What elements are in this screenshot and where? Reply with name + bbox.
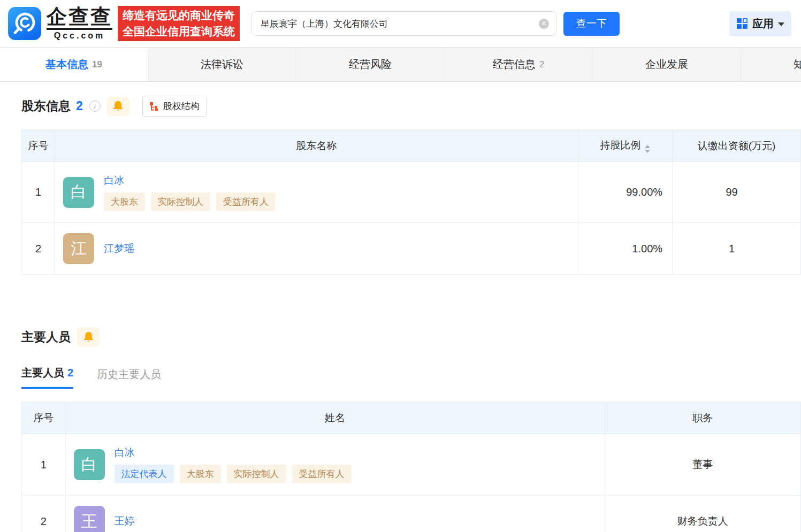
tab-label: 经营信息 [493,57,536,72]
person-info: 王婷 [115,514,135,528]
col-header-index: 序号 [22,402,66,434]
search-input[interactable] [251,11,556,36]
person-name-link[interactable]: 王婷 [115,514,135,528]
amount-value: 1 [673,223,801,275]
position-value: 财务负责人 [605,496,800,532]
tab-基本信息[interactable]: 基本信息19 [0,48,148,81]
row-index: 2 [22,496,66,532]
subtab-count: 2 [67,367,73,379]
qcc-logo[interactable]: 企查查 Qcc.com [8,6,112,41]
shareholders-section-header: 股东信息 2 i 股权结构 [21,96,801,117]
personnel-subtabs: 主要人员2历史主要人员 [21,366,801,389]
person-row: 江江梦瑶 [63,233,577,264]
tab-label: 经营风险 [349,57,392,72]
col-header-shareholder-name: 股东名称 [55,130,578,162]
equity-structure-button[interactable]: 股权结构 [142,96,207,117]
personnel-section-header: 主要人员 [21,327,801,346]
shareholders-title: 股东信息 [21,98,71,114]
subtab-历史主要人员[interactable]: 历史主要人员 [97,367,161,389]
tag-实际控制人: 实际控制人 [151,192,210,211]
tag-row: 法定代表人大股东实际控制人受益所有人 [115,465,352,483]
follow-bell-button[interactable] [107,97,129,116]
info-icon[interactable]: i [89,101,101,112]
avatar[interactable]: 白 [74,449,105,480]
person-cell: 白白冰法定代表人大股东实际控制人受益所有人 [65,434,605,496]
shareholders-table-header-row: 序号 股东名称 持股比例 认缴出资额(万元) [22,130,801,162]
apps-label: 应用 [752,17,774,31]
person-name-link[interactable]: 白冰 [104,174,124,188]
apps-grid-icon [736,18,748,29]
top-header: 企查查 Qcc.com 缔造有远见的商业传奇 全国企业信用查询系统 ✕ 查一下 … [0,0,801,47]
personnel-table: 序号 姓名 职务 1白白冰法定代表人大股东实际控制人受益所有人董事2王王婷财务负… [21,402,801,532]
nav-tab-bar: 基本信息19法律诉讼经营风险经营信息2企业发展知识产权 [0,47,801,82]
person-name-link[interactable]: 江梦瑶 [104,242,134,256]
person-row: 王王婷 [74,506,605,532]
slogan-line2: 全国企业信用查询系统 [123,24,235,40]
tag-实际控制人: 实际控制人 [227,465,286,483]
col-header-amount: 认缴出资额(万元) [673,130,801,162]
person-row: 白白冰法定代表人大股东实际控制人受益所有人 [74,446,605,483]
tab-label: 基本信息 [45,57,88,72]
tag-大股东: 大股东 [104,192,145,211]
tag-row: 大股东实际控制人受益所有人 [104,192,276,211]
ratio-header-label: 持股比例 [600,140,640,151]
person-info: 白冰法定代表人大股东实际控制人受益所有人 [115,446,352,483]
tag-法定代表人: 法定代表人 [115,465,174,483]
qcc-logo-icon [8,7,41,40]
clear-search-icon[interactable]: ✕ [539,19,549,29]
avatar[interactable]: 王 [74,506,105,532]
equity-structure-icon [149,102,159,111]
tab-经营风险[interactable]: 经营风险 [296,48,445,81]
tab-label: 知识产权 [794,57,801,72]
tab-经营信息[interactable]: 经营信息2 [445,48,593,81]
subtab-主要人员[interactable]: 主要人员2 [21,366,73,389]
personnel-table-header-row: 序号 姓名 职务 [22,402,801,434]
person-cell: 江江梦瑶 [55,223,578,275]
search-button[interactable]: 查一下 [563,12,620,36]
tab-count: 19 [92,59,102,70]
position-value: 董事 [605,434,800,496]
tab-企业发展[interactable]: 企业发展 [593,48,741,81]
tab-法律诉讼[interactable]: 法律诉讼 [148,48,296,81]
subtab-label: 历史主要人员 [97,368,161,380]
amount-value: 99 [673,162,801,223]
ratio-value: 1.00% [578,223,673,275]
subtab-label: 主要人员 [21,367,64,379]
chevron-down-icon [778,22,784,26]
col-header-ratio: 持股比例 [578,130,673,162]
sort-icon[interactable] [645,145,650,153]
person-info: 白冰大股东实际控制人受益所有人 [104,174,276,211]
person-cell: 白白冰大股东实际控制人受益所有人 [55,162,578,223]
apps-button[interactable]: 应用 [729,11,791,36]
table-row: 1白白冰法定代表人大股东实际控制人受益所有人董事 [22,434,801,496]
ratio-value: 99.00% [578,162,673,223]
main-content: 股东信息 2 i 股权结构 序号 股东名称 持股比 [0,82,801,532]
person-row: 白白冰大股东实际控制人受益所有人 [63,174,577,211]
equity-structure-label: 股权结构 [163,100,200,112]
shareholders-table: 序号 股东名称 持股比例 认缴出资额(万元) 1白白冰大股东实际控制人受益所有人… [21,129,801,275]
personnel-bell-button[interactable] [77,327,100,346]
bell-icon [113,101,123,112]
row-index: 1 [22,434,66,496]
tab-label: 法律诉讼 [201,57,243,72]
person-name-link[interactable]: 白冰 [115,446,135,460]
row-index: 2 [22,223,55,275]
person-cell: 王王婷 [65,496,605,532]
slogan-line1: 缔造有远见的商业传奇 [123,7,235,24]
col-header-person-name: 姓名 [65,402,605,434]
avatar[interactable]: 江 [63,233,94,264]
shareholders-count: 2 [76,99,83,113]
tab-label: 企业发展 [645,57,688,72]
slogan-banner: 缔造有远见的商业传奇 全国企业信用查询系统 [118,6,240,41]
col-header-position: 职务 [605,402,800,434]
tab-count: 2 [539,59,544,70]
tab-知识产权[interactable]: 知识产权 [741,48,801,81]
tag-大股东: 大股东 [180,465,221,483]
table-row: 2王王婷财务负责人 [22,496,801,532]
tag-受益所有人: 受益所有人 [216,192,276,211]
brand-name-cn: 企查查 [47,6,112,30]
tag-受益所有人: 受益所有人 [292,465,352,483]
table-row: 2江江梦瑶1.00%1 [22,223,801,275]
search-box: ✕ [251,11,556,36]
avatar[interactable]: 白 [63,177,94,208]
